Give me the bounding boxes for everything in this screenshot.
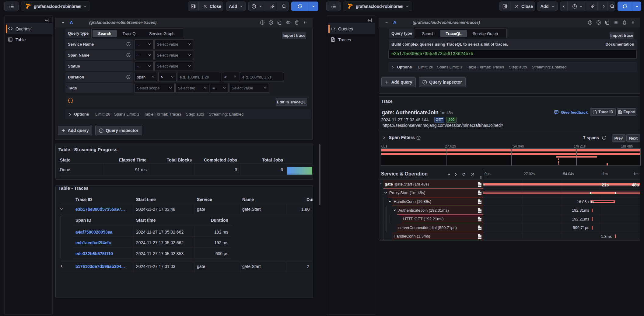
svg-text:LOG: LOG (478, 227, 482, 229)
svg-text:LOG: LOG (478, 219, 482, 221)
svg-text:LOG: LOG (478, 184, 482, 186)
svg-text:LOG: LOG (478, 193, 482, 195)
svg-text:LOG: LOG (478, 236, 482, 238)
svg-text:LOG: LOG (478, 202, 482, 203)
svg-text:LOG: LOG (478, 210, 482, 212)
